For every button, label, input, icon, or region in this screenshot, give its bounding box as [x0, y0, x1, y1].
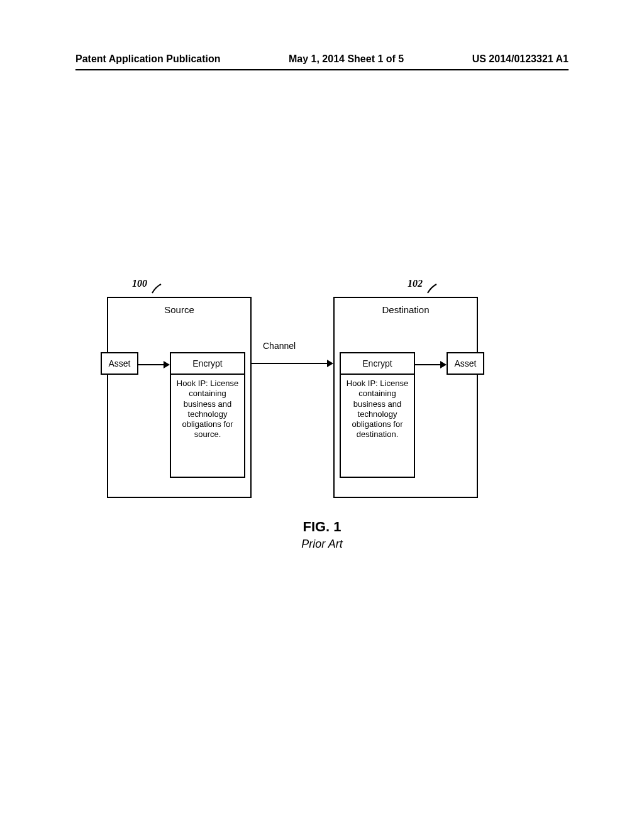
svg-marker-1 [164, 361, 170, 368]
svg-marker-3 [327, 360, 333, 367]
header-left: Patent Application Publication [75, 53, 221, 65]
channel-label: Channel [263, 341, 296, 351]
header-right: US 2014/0123321 A1 [472, 53, 569, 65]
reference-numeral-102: 102 [408, 278, 423, 289]
arrow-destination-encrypt-to-asset-icon [415, 360, 447, 370]
destination-hook-text: Hook IP: License containing business and… [341, 375, 414, 444]
arrow-channel-icon [252, 358, 333, 368]
svg-marker-5 [440, 361, 447, 368]
figure-caption: FIG. 1 Prior Art [0, 519, 644, 551]
header-center: May 1, 2014 Sheet 1 of 5 [289, 53, 404, 65]
leader-line-100-icon [152, 284, 164, 296]
header-divider [75, 69, 569, 70]
source-title: Source [108, 304, 250, 315]
leader-line-102-icon [428, 284, 439, 296]
figure-title: FIG. 1 [0, 519, 644, 535]
figure-subtitle: Prior Art [0, 538, 644, 551]
source-encrypt-title: Encrypt [171, 358, 244, 368]
header-row: Patent Application Publication May 1, 20… [0, 53, 644, 65]
source-asset-label: Asset [108, 358, 130, 368]
arrow-source-asset-to-encrypt-icon [138, 360, 170, 370]
source-asset-box: Asset [101, 352, 138, 375]
destination-title: Destination [335, 304, 477, 315]
destination-asset-label: Asset [454, 358, 476, 368]
destination-encrypt-box: Encrypt Hook IP: License containing busi… [340, 352, 415, 478]
figure-1-diagram: 100 102 Source Asset Encrypt Hook IP: Li… [107, 289, 547, 503]
reference-numeral-100: 100 [132, 278, 147, 289]
source-encrypt-box: Encrypt Hook IP: License containing busi… [170, 352, 245, 478]
destination-asset-box: Asset [447, 352, 484, 375]
source-hook-text: Hook IP: License containing business and… [171, 375, 244, 444]
destination-encrypt-title: Encrypt [341, 358, 414, 368]
page: Patent Application Publication May 1, 20… [0, 0, 644, 830]
